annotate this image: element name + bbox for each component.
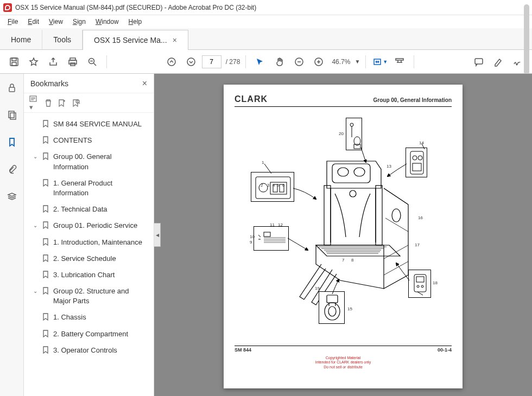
main-area: Bookmarks × ▾ SM 844 SERVICE MANUALCONTE… — [0, 74, 532, 396]
page-down-icon[interactable] — [182, 53, 200, 71]
exploded-diagram: 1 2 3 4 5 6 10 9 11 12 20 — [245, 118, 441, 335]
page-header: CLARK Group 00, General Information — [235, 94, 452, 107]
save-icon[interactable] — [5, 53, 23, 71]
bookmarks-toolbar: ▾ — [24, 93, 154, 113]
page-up-icon[interactable] — [163, 53, 180, 71]
svg-rect-0 — [10, 58, 18, 66]
svg-rect-15 — [9, 111, 14, 118]
bookmark-item[interactable]: 2. Technical Data — [24, 201, 151, 218]
document-view[interactable]: ◀ CLARK Group 00, General Information — [154, 74, 532, 396]
menu-file[interactable]: File — [3, 17, 22, 27]
page-number-input[interactable] — [202, 55, 221, 68]
bookmark-label: Group 02. Structure and Major Parts — [53, 286, 147, 306]
layers-icon[interactable] — [3, 188, 21, 205]
footer-left: SM 844 — [235, 347, 251, 353]
svg-rect-12 — [396, 59, 403, 60]
bookmark-item[interactable]: 2. Battery Compartment — [24, 326, 151, 342]
bookmarks-header: Bookmarks × — [24, 74, 154, 93]
bookmark-icon — [42, 287, 50, 295]
bookmark-icon — [42, 152, 50, 160]
footer-right: 00-1-4 — [438, 347, 452, 353]
hand-tool-icon[interactable] — [271, 53, 288, 71]
tab-document[interactable]: OSX 15 Service Ma... × — [83, 30, 188, 50]
tabbar: Home Tools OSX 15 Service Ma... × — [0, 28, 532, 50]
bookmark-label: SM 844 SERVICE MANUAL — [53, 119, 147, 129]
lock-icon[interactable] — [3, 79, 21, 97]
toolbar-separator — [245, 55, 246, 68]
window-titlebar: OSX 15 Service Manual (SM-844).pdf (SECU… — [0, 0, 532, 15]
bookmark-item[interactable]: 2. Service Schedule — [24, 251, 151, 267]
fit-width-icon[interactable]: ▼ — [371, 53, 389, 71]
thumbnails-icon[interactable] — [3, 106, 21, 124]
acrobat-icon — [3, 3, 12, 12]
new-bookmark-icon[interactable] — [58, 99, 66, 107]
share-icon[interactable] — [45, 53, 62, 71]
toolbar: / 278 46.7% ▼ ▼ — [0, 50, 532, 74]
toolbar-separator — [365, 55, 366, 68]
bookmark-label: 2. Battery Compartment — [53, 329, 147, 339]
svg-point-7 — [168, 58, 175, 66]
svg-rect-14 — [9, 87, 15, 92]
bookmark-icon — [42, 221, 50, 229]
comment-icon[interactable] — [470, 53, 487, 71]
tab-document-label: OSX 15 Service Ma... — [94, 36, 167, 44]
chevron-down-icon[interactable]: ⌄ — [31, 222, 39, 229]
menubar: File Edit View Sign Window Help — [0, 15, 532, 28]
bookmark-item[interactable]: SM 844 SERVICE MANUAL — [24, 116, 151, 132]
collapse-panel-icon[interactable]: ◀ — [154, 223, 161, 247]
read-mode-icon[interactable] — [391, 53, 408, 71]
bookmark-icon — [42, 136, 50, 144]
menu-view[interactable]: View — [45, 17, 67, 27]
bookmark-item[interactable]: 1. Introduction, Maintenance — [24, 234, 151, 251]
bookmark-options-icon[interactable]: ▾ — [29, 94, 39, 111]
star-icon[interactable] — [25, 53, 42, 71]
menu-sign[interactable]: Sign — [68, 17, 90, 27]
bookmark-label: 2. Technical Data — [53, 205, 147, 214]
bookmark-item[interactable]: 3. Lubrication Chart — [24, 267, 151, 283]
page-footer: SM 844 00-1-4 — [235, 346, 452, 353]
bookmark-item[interactable]: 1. Chassis — [24, 309, 151, 325]
bookmark-icon — [42, 346, 50, 354]
tab-home[interactable]: Home — [0, 30, 42, 49]
attachments-icon[interactable] — [3, 161, 21, 178]
chevron-down-icon[interactable]: ⌄ — [31, 288, 39, 295]
bookmark-icon — [42, 254, 50, 262]
delete-bookmark-icon[interactable] — [45, 99, 52, 107]
select-tool-icon[interactable] — [251, 53, 269, 71]
zoom-minus-icon[interactable] — [290, 53, 308, 71]
find-bookmark-icon[interactable] — [72, 99, 80, 107]
bookmark-item[interactable]: 1. General Product Information — [24, 175, 151, 201]
print-icon[interactable] — [64, 53, 81, 71]
menu-help[interactable]: Help — [124, 17, 147, 27]
section-title: Group 00, General Information — [373, 97, 452, 103]
bookmark-icon — [42, 179, 50, 187]
bookmark-label: 3. Lubrication Chart — [53, 270, 147, 280]
bookmark-item[interactable]: ⌄Group 02. Structure and Major Parts — [24, 283, 151, 309]
highlight-icon[interactable] — [490, 53, 507, 71]
bookmark-label: 1. Introduction, Maintenance — [53, 238, 147, 247]
zoom-level: 46.7% — [332, 58, 350, 66]
bookmark-label: CONTENTS — [53, 136, 147, 145]
brand-logo: CLARK — [235, 94, 268, 104]
bookmarks-list: SM 844 SERVICE MANUALCONTENTS⌄Group 00. … — [24, 113, 154, 396]
bookmark-item[interactable]: ⌄Group 00. General Information — [24, 149, 151, 175]
close-icon[interactable]: × — [173, 36, 177, 44]
chevron-down-icon[interactable]: ⌄ — [31, 153, 39, 161]
menu-window[interactable]: Window — [91, 17, 123, 27]
navigation-rail — [0, 74, 24, 396]
bookmarks-icon[interactable] — [3, 133, 21, 151]
toolbar-separator — [106, 55, 107, 68]
page-total: / 278 — [226, 58, 240, 66]
close-icon[interactable]: × — [142, 79, 147, 88]
bookmark-item[interactable]: ⌄Group 01. Periodic Service — [24, 218, 151, 234]
bookmark-item[interactable]: CONTENTS — [24, 132, 151, 149]
zoom-out-tool-icon[interactable] — [84, 53, 101, 71]
bookmark-item[interactable]: 3. Operator Controls — [24, 342, 151, 359]
zoom-dropdown-icon[interactable]: ▼ — [354, 59, 360, 65]
svg-rect-1 — [12, 58, 16, 61]
bookmark-icon — [42, 238, 50, 246]
menu-edit[interactable]: Edit — [23, 17, 43, 27]
copyright-notice: Copyrighted Material Intended for CLARK … — [235, 356, 452, 369]
tab-tools[interactable]: Tools — [42, 30, 83, 49]
zoom-plus-icon[interactable] — [310, 53, 327, 71]
